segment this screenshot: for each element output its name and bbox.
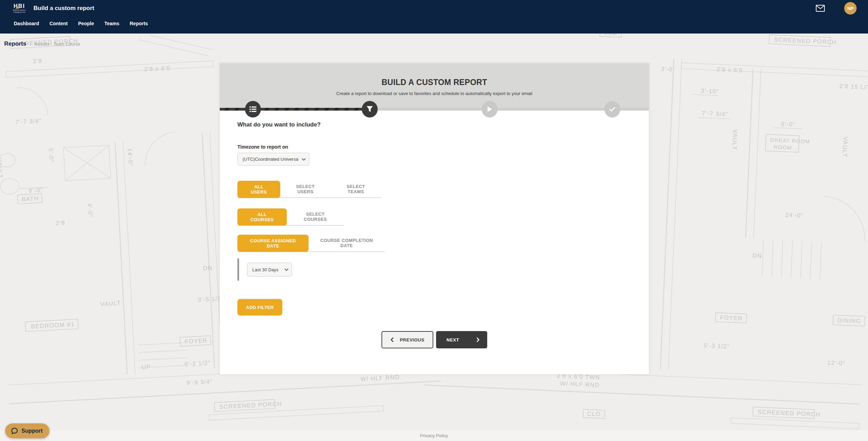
svg-text:8'-0": 8'-0" [29, 187, 43, 194]
next-button[interactable]: NEXT [436, 331, 487, 348]
svg-text:UP: UP [142, 363, 151, 370]
previous-button[interactable]: PREVIOUS [381, 331, 433, 348]
svg-text:24'-0": 24'-0" [785, 212, 803, 219]
svg-text:DINING: DINING [837, 317, 861, 325]
page-title: Build a custom report [34, 5, 94, 12]
svg-text:VAULT: VAULT [731, 129, 738, 150]
svg-text:2'8 x 6'0: 2'8 x 6'0 [144, 65, 171, 73]
breadcrumb-reports-link[interactable]: Reports [4, 40, 26, 47]
svg-text:DN: DN [203, 265, 213, 272]
svg-text:2'8: 2'8 [56, 219, 66, 226]
tab-all-users[interactable]: ALL USERS [237, 181, 280, 198]
svg-text:GREAT ROOM: GREAT ROOM [770, 137, 810, 144]
nav-item-reports[interactable]: Reports [130, 21, 148, 26]
svg-text:VAULT: VAULT [0, 158, 4, 179]
svg-text:W/ HLF RND: W/ HLF RND [560, 380, 600, 388]
card-title: BUILD A CUSTOM REPORT [220, 63, 649, 87]
svg-text:4'-0": 4'-0" [86, 203, 94, 218]
tab-course-completion-date[interactable]: COURSE COMPLETION DATE [309, 235, 385, 251]
svg-text:2'8 15 LIT: 2'8 15 LIT [839, 83, 868, 91]
tab-select-teams[interactable]: SELECT TEAMS [331, 181, 381, 197]
nav-item-dashboard[interactable]: Dashboard [14, 21, 39, 26]
timezone-label: Timezone to report on [237, 144, 631, 150]
check-icon [609, 107, 615, 112]
report-builder-card: BUILD A CUSTOM REPORT Create a report to… [220, 63, 649, 374]
logo-tagline: Building Careers Changing Lives [11, 9, 27, 13]
step-run[interactable] [482, 101, 498, 118]
privacy-policy-link[interactable]: Privacy Policy [420, 433, 448, 438]
section-heading: What do you want to include? [237, 121, 631, 128]
svg-text:FOYER: FOYER [185, 337, 208, 345]
chevron-right-icon [477, 337, 480, 342]
svg-text:VAULT: VAULT [100, 299, 121, 308]
hbi-logo[interactable]: HBI Building Careers Changing Lives [11, 3, 27, 13]
date-range-section: Last 30 Days [237, 259, 292, 281]
svg-text:2'8: 2'8 [33, 58, 43, 65]
next-label: NEXT [446, 337, 459, 343]
svg-text:BATH: BATH [21, 195, 39, 203]
date-range-select[interactable]: Last 30 Days [247, 263, 292, 276]
tab-select-courses[interactable]: SELECT COURSES [287, 208, 344, 225]
play-icon [487, 106, 492, 112]
tab-select-users[interactable]: SELECT USERS [280, 181, 331, 197]
list-icon [249, 106, 256, 112]
top-navbar: HBI Building Careers Changing Lives Buil… [0, 0, 868, 34]
main-nav: Dashboard Content People Teams Reports [0, 17, 868, 26]
wizard-nav-buttons: PREVIOUS NEXT [237, 331, 631, 348]
svg-text:2'8 x 6'0: 2'8 x 6'0 [717, 66, 743, 74]
chevron-left-icon [390, 337, 394, 342]
svg-text:7'-7 3/4": 7'-7 3/4" [702, 110, 728, 118]
previous-label: PREVIOUS [400, 337, 424, 343]
support-label: Support [21, 428, 43, 434]
card-subtitle: Create a report to download or save to f… [220, 91, 649, 96]
footer: Privacy Policy [0, 430, 868, 441]
add-filter-button[interactable]: ADD FILTER [237, 299, 282, 316]
support-button[interactable]: Support [5, 423, 49, 438]
svg-text:3'-10": 3'-10" [701, 87, 719, 95]
tab-course-assigned-date[interactable]: COURSE ASSIGNED DATE [237, 235, 309, 252]
svg-text:VAULT: VAULT [841, 137, 849, 158]
step-filters[interactable] [362, 101, 378, 118]
svg-text:FOYER: FOYER [720, 314, 743, 322]
mail-icon[interactable] [816, 5, 825, 12]
user-avatar[interactable]: NP [844, 2, 857, 15]
svg-text:BEDROOM #1: BEDROOM #1 [31, 321, 75, 330]
svg-text:5'-3 1/2": 5'-3 1/2" [704, 342, 730, 350]
svg-text:6'-0": 6'-0" [781, 121, 795, 128]
breadcrumb-current: Results - Team Course [35, 41, 80, 47]
svg-text:14'-0": 14'-0" [126, 148, 134, 166]
logo-triangle-icon [16, 6, 19, 9]
users-tab-row: ALL USERS SELECT USERS SELECT TEAMS [237, 181, 381, 198]
timezone-select-wrap: (UTC)Coordinated Universal Time [237, 153, 309, 166]
step-columns[interactable] [245, 101, 261, 118]
svg-text:W/ HLF RND: W/ HLF RND [360, 374, 400, 383]
date-type-tab-row: COURSE ASSIGNED DATE COURSE COMPLETION D… [237, 235, 385, 252]
svg-text:7'-7 3/4": 7'-7 3/4" [15, 118, 42, 125]
courses-tab-row: ALL COURSES SELECT COURSES [237, 208, 344, 226]
svg-text:5'-0": 5'-0" [47, 148, 55, 162]
nav-item-people[interactable]: People [78, 21, 94, 26]
filter-icon [366, 106, 373, 113]
nav-item-teams[interactable]: Teams [104, 21, 119, 26]
svg-text:6'-2 1/2": 6'-2 1/2" [184, 359, 211, 367]
svg-text:DN: DN [752, 252, 762, 259]
breadcrumb: Reports / Results - Team Course [0, 34, 80, 47]
stepper-track-done [220, 108, 370, 111]
svg-text:ROOM: ROOM [774, 144, 792, 151]
nav-item-content[interactable]: Content [49, 21, 68, 26]
svg-text:CLO.: CLO. [587, 411, 603, 418]
date-range-select-wrap: Last 30 Days [247, 263, 292, 276]
svg-text:12'-0": 12'-0" [827, 359, 846, 367]
step-finish[interactable] [604, 101, 620, 118]
timezone-select[interactable]: (UTC)Coordinated Universal Time [237, 153, 309, 166]
breadcrumb-separator: / [30, 41, 31, 47]
tab-all-courses[interactable]: ALL COURSES [237, 208, 287, 226]
chat-bubble-icon [11, 427, 18, 435]
svg-text:9'-9 3/4": 9'-9 3/4" [186, 378, 213, 386]
progress-stepper [220, 101, 649, 118]
